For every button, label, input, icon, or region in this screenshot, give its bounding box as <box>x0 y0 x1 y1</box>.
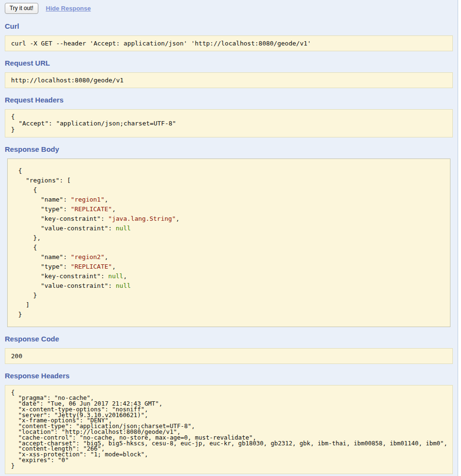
response-code-value: 200 <box>5 348 453 364</box>
response-code-section-title: Response Code <box>5 335 453 343</box>
sandbox-toolbar: Try it out! Hide Response <box>5 2 453 14</box>
response-body-section-title: Response Body <box>5 145 453 154</box>
request-headers-json: { "Accept": "application/json;charset=UT… <box>5 109 453 137</box>
response-headers-json: { "pragma": "no-cache", "date": "Tue, 06… <box>5 385 453 474</box>
response-body-json: { "regions": [ { "name": "region1", "typ… <box>7 159 450 327</box>
try-it-out-button[interactable]: Try it out! <box>5 3 38 14</box>
curl-command: curl -X GET --header 'Accept: applicatio… <box>5 35 453 51</box>
request-url-value: http://localhost:8080/geode/v1 <box>5 72 453 88</box>
response-headers-section-title: Response Headers <box>5 372 453 380</box>
curl-section-title: Curl <box>5 22 453 31</box>
api-response-panel: Try it out! Hide Response Curl curl -X G… <box>0 0 458 476</box>
request-url-section-title: Request URL <box>5 59 453 68</box>
request-headers-section-title: Request Headers <box>5 96 453 104</box>
hide-response-link[interactable]: Hide Response <box>46 5 91 12</box>
